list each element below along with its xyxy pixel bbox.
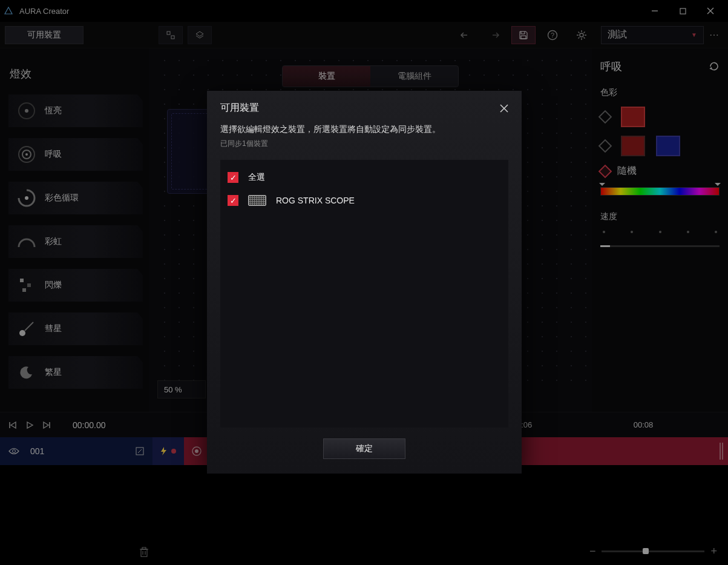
dialog-title: 可用裝置: [220, 102, 259, 114]
select-all-checkbox[interactable]: ✓: [228, 172, 238, 183]
select-all-row[interactable]: ✓ 全選: [225, 166, 503, 189]
dialog-sync-status: 已同步1個裝置: [207, 136, 522, 157]
keyboard-icon: [248, 195, 266, 206]
dialog-close-button[interactable]: [500, 104, 508, 113]
dialog-header: 可用裝置: [207, 91, 522, 121]
device-list: ✓ 全選 ✓ ROG STRIX SCOPE: [220, 160, 508, 428]
confirm-button[interactable]: 確定: [323, 438, 405, 459]
device-checkbox[interactable]: ✓: [228, 195, 238, 206]
device-name-label: ROG STRIX SCOPE: [276, 196, 355, 205]
dialog-description: 選擇欲編輯燈效之裝置，所選裝置將自動設定為同步裝置。: [207, 121, 522, 136]
device-row[interactable]: ✓ ROG STRIX SCOPE: [225, 189, 503, 212]
dialog-footer: 確定: [207, 430, 522, 474]
available-devices-dialog: 可用裝置 選擇欲編輯燈效之裝置，所選裝置將自動設定為同步裝置。 已同步1個裝置 …: [207, 91, 522, 474]
select-all-label: 全選: [248, 172, 265, 183]
